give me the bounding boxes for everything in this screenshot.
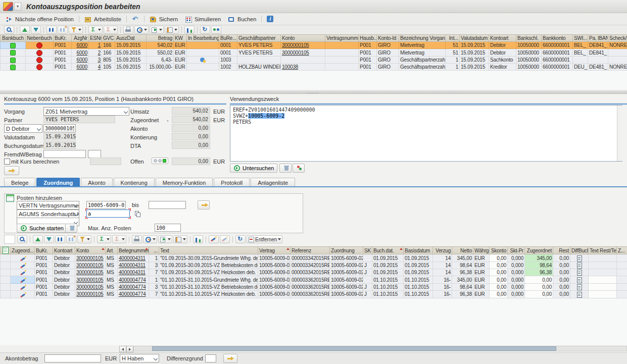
cell[interactable]: P001 <box>35 291 53 298</box>
cell[interactable]: 6,43- <box>147 56 174 63</box>
cell[interactable] <box>1 291 11 298</box>
column-header[interactable]: AzgNr <box>72 35 89 42</box>
search-button[interactable] <box>4 26 14 34</box>
cell[interactable]: P001 <box>35 269 53 276</box>
cell[interactable] <box>608 56 627 63</box>
column-header[interactable]: Bankschl. <box>516 35 542 42</box>
cell[interactable] <box>1 262 11 269</box>
cell[interactable]: 10005-6009-02 <box>258 291 291 298</box>
cell[interactable]: 4000004774 <box>118 283 149 290</box>
cell[interactable]: 0,00 <box>490 291 508 298</box>
cell[interactable] <box>617 262 627 269</box>
cell[interactable] <box>26 56 54 63</box>
cell[interactable]: 0,00 <box>553 269 570 276</box>
filter-button[interactable] <box>77 235 91 243</box>
find-next-button[interactable] <box>66 235 76 243</box>
examine-button[interactable]: Untersuchen <box>230 164 277 173</box>
cell[interactable]: 01.09.2015 <box>372 254 404 262</box>
cell[interactable] <box>11 283 35 290</box>
views-button[interactable] <box>143 235 157 243</box>
cell[interactable]: J <box>363 262 372 269</box>
cell[interactable]: 0,00 <box>553 283 570 290</box>
cell[interactable] <box>363 276 372 283</box>
cell[interactable] <box>608 49 627 56</box>
cell[interactable] <box>570 262 589 269</box>
cell[interactable]: 0001 <box>219 42 237 49</box>
column-header[interactable]: Zugeordnet <box>525 247 553 254</box>
cell[interactable]: DE481_ <box>588 64 608 71</box>
cell[interactable]: 3000000105 <box>75 276 106 283</box>
cell[interactable]: 10005-6009-02 <box>330 269 363 276</box>
cell[interactable]: 6000 <box>72 42 89 49</box>
column-header[interactable]: Zugeord... <box>11 247 35 254</box>
worklist-button[interactable]: Arbeitsliste <box>81 15 125 24</box>
cell[interactable]: 15.000,00- <box>147 64 174 71</box>
cell[interactable]: 0,000 <box>508 262 525 269</box>
cell[interactable]: 98,64 <box>452 262 473 269</box>
cell[interactable] <box>1 42 26 49</box>
cell[interactable]: 0,00 <box>490 262 508 269</box>
column-header[interactable]: Kontoart <box>53 247 75 254</box>
cell[interactable]: EUR <box>473 276 490 283</box>
column-header[interactable]: Geschäftspartner <box>237 35 281 42</box>
cell[interactable] <box>617 276 627 283</box>
cell[interactable]: 01.10.2015 <box>404 283 433 290</box>
cell[interactable]: 805 <box>102 56 115 63</box>
cell[interactable] <box>570 254 589 262</box>
cell[interactable]: 345,00 <box>452 276 473 283</box>
cell-link[interactable]: 4 <box>98 64 101 70</box>
total-button[interactable] <box>97 235 111 243</box>
cell-link[interactable]: 3000000105 <box>282 42 309 48</box>
cell[interactable]: 10005-6009-02 <box>330 254 363 262</box>
vorgang-select[interactable]: Z051 Mietvertrag <box>43 107 129 116</box>
cell[interactable]: 0,00 <box>553 262 570 269</box>
cell[interactable] <box>26 42 54 49</box>
cell[interactable]: 166 <box>102 42 115 49</box>
kurs-checkbox[interactable] <box>4 159 10 165</box>
next-open-position-button[interactable]: Nächste offene Position <box>2 15 77 24</box>
column-header[interactable]: Basisdatum <box>404 247 433 254</box>
column-header[interactable]: Art <box>106 247 118 254</box>
cell-link[interactable]: 3000000105 <box>76 270 104 275</box>
cell[interactable]: EUR <box>174 42 187 49</box>
column-header[interactable]: Konto-Id <box>377 35 399 42</box>
cell[interactable] <box>589 276 617 283</box>
cell[interactable]: 14 <box>433 269 452 276</box>
partner-account-input[interactable] <box>43 124 76 132</box>
cell[interactable]: P001 <box>359 56 377 63</box>
cell[interactable]: MS <box>106 262 118 269</box>
cell[interactable]: 7 <box>149 291 159 298</box>
cell[interactable]: NONREF <box>608 64 627 71</box>
cell[interactable]: 3000000105 <box>75 262 106 269</box>
cell[interactable]: Mietvertrag <box>399 42 446 49</box>
cell[interactable]: 15.09.2015 <box>115 64 147 71</box>
cell-link[interactable]: 3000000105 <box>76 263 104 268</box>
cell[interactable] <box>325 56 359 63</box>
export-button[interactable] <box>158 235 172 243</box>
cell[interactable]: 14 <box>433 262 452 269</box>
cell[interactable] <box>617 291 627 298</box>
column-header[interactable]: AuszDat <box>115 35 147 42</box>
debit-credit-select[interactable]: H Haben <box>120 354 159 362</box>
criterion2-from-input[interactable] <box>86 210 130 218</box>
column-header[interactable]: BuRe... <box>219 35 237 42</box>
cell[interactable] <box>570 276 589 283</box>
cell[interactable]: 3 <box>149 283 159 290</box>
tab-kontierung[interactable]: Kontierung <box>114 178 155 187</box>
cell[interactable]: 6600000001 <box>542 64 573 71</box>
cell[interactable]: 0,00 <box>490 283 508 290</box>
cell[interactable]: 0,000 <box>508 269 525 276</box>
cell[interactable]: 14 <box>433 254 452 262</box>
print-button[interactable] <box>123 26 133 34</box>
cell-link[interactable]: 6000 <box>77 64 87 70</box>
cell[interactable]: 4000004311 <box>118 262 149 269</box>
cell[interactable] <box>1 64 26 71</box>
table-row[interactable]: P001Debitor3000000105MS40000043113"01.09… <box>1 262 627 269</box>
column-header[interactable]: SWI... <box>573 35 588 42</box>
cell-link[interactable]: 6000 <box>77 42 87 48</box>
cell[interactable] <box>589 283 617 290</box>
cell[interactable]: 15.09.2015 <box>115 49 147 56</box>
cell[interactable]: "01.09.2015-30.09.2015-VZ Heizkosten deb… <box>159 269 258 276</box>
cell[interactable]: 01.10.2015 <box>404 276 433 283</box>
account-type-select[interactable]: D Debitor <box>4 124 42 133</box>
